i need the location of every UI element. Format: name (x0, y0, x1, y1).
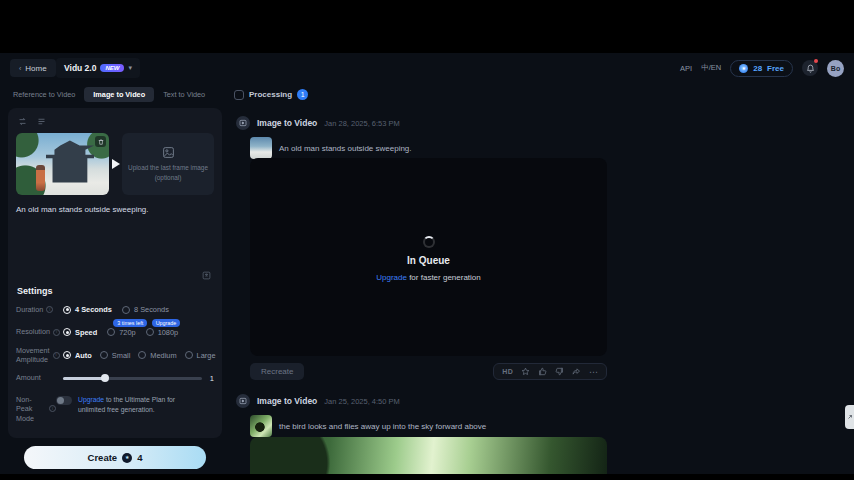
swap-icon[interactable] (18, 117, 27, 126)
like-icon[interactable] (538, 367, 547, 376)
non-peak-toggle[interactable] (56, 396, 72, 405)
last-frame-upload[interactable]: Upload the last frame image (optional) (122, 133, 214, 195)
radio-icon (63, 328, 71, 336)
resolution-option-720p[interactable]: 3 times left 720p (107, 328, 135, 337)
amount-row: Amount 1 (16, 373, 214, 382)
info-icon[interactable]: i (53, 329, 60, 336)
share-icon[interactable] (572, 367, 581, 376)
tab-text-to-video[interactable]: Text to Video (158, 88, 210, 101)
top-navbar: ‹ Home Vidu 2.0 NEW ▾ API 中/EN ★ 28 Free (0, 53, 854, 84)
duration-label: Duration (16, 305, 43, 314)
queue-status: In Queue (407, 255, 450, 266)
translate-icon[interactable] (202, 271, 211, 280)
tab-image-to-video[interactable]: Image to Video (84, 87, 154, 102)
duration-option-8s[interactable]: 8 Seconds (122, 305, 169, 314)
notification-dot (814, 59, 818, 63)
card-prompt: An old man stands outside sweeping. (279, 144, 412, 153)
model-selector[interactable]: Vidu 2.0 NEW ▾ (56, 58, 140, 78)
movement-option-small[interactable]: Small (100, 351, 130, 360)
credit-coin-icon: ★ (739, 64, 748, 73)
creations-feed: Processing 1 Image to Video Jan 28, 2025… (228, 86, 846, 474)
video-placeholder[interactable]: In Queue Upgrade for faster generation (250, 158, 607, 356)
credits-count: 28 (753, 64, 762, 73)
avatar[interactable]: Bo (827, 60, 844, 77)
loading-spinner-icon (423, 236, 435, 248)
card-type: Image to Video (257, 118, 317, 128)
amount-label: Amount (16, 373, 41, 382)
history-icon[interactable] (37, 117, 46, 126)
prompt-text: An old man stands outside sweeping. (16, 204, 214, 215)
settings-title: Settings (17, 286, 214, 296)
times-left-badge: 3 times left (113, 319, 147, 327)
home-button[interactable]: ‹ Home (10, 59, 56, 77)
upgrade-link[interactable]: Upgrade (376, 273, 407, 282)
favorite-star-icon[interactable] (521, 367, 530, 376)
amount-value: 1 (210, 374, 214, 383)
movement-row: Movement Amplitude i Auto Small (16, 346, 214, 365)
prompt-input[interactable]: An old man stands outside sweeping. (16, 204, 214, 284)
slider-knob[interactable] (101, 374, 109, 382)
card-prompt: the bird looks and flies away up into th… (279, 422, 486, 431)
upgrade-badge: Upgrade (152, 319, 181, 327)
api-link[interactable]: API (680, 64, 692, 73)
card-header: Image to Video Jan 25, 2025, 4:50 PM (236, 394, 400, 408)
chevron-left-icon: ‹ (19, 65, 21, 72)
non-peak-label-line1: Non-Peak (16, 395, 46, 414)
dislike-icon[interactable] (555, 367, 564, 376)
movement-option-medium[interactable]: Medium (138, 351, 176, 360)
tab-reference-to-video[interactable]: Reference to Video (8, 88, 80, 101)
resolution-option-1080p[interactable]: Upgrade 1080p (146, 328, 179, 337)
upload-hint: Upload the last frame image (optional) (128, 163, 208, 182)
expand-arrow-icon (847, 414, 853, 420)
card-source-thumbnail[interactable] (250, 137, 272, 159)
movement-option-auto[interactable]: Auto (63, 351, 92, 360)
radio-icon (63, 351, 71, 359)
credits-pill[interactable]: ★ 28 Free (730, 60, 793, 77)
recreate-button[interactable]: Recreate (250, 363, 304, 380)
language-switcher[interactable]: 中/EN (701, 63, 721, 73)
info-icon[interactable]: i (49, 405, 56, 412)
resolution-option-speed[interactable]: Speed (63, 328, 97, 337)
processing-checkbox[interactable] (234, 90, 244, 100)
upload-hint-line2: (optional) (128, 173, 208, 183)
amount-slider[interactable] (63, 377, 202, 380)
video-result[interactable] (250, 437, 607, 474)
image-to-video-icon (236, 394, 250, 408)
avatar-initials: Bo (831, 65, 840, 72)
bell-icon (806, 64, 815, 73)
card-prompt-row: An old man stands outside sweeping. (250, 137, 412, 159)
radio-icon (107, 328, 115, 336)
duration-option-4s[interactable]: 4 Seconds (63, 305, 112, 314)
notifications-button[interactable] (802, 60, 818, 76)
hd-upscale-button[interactable]: HD (502, 368, 513, 375)
create-cost: 4 (137, 452, 142, 463)
slider-fill (63, 377, 105, 380)
side-panel-handle[interactable] (845, 405, 854, 429)
translate-glyph (202, 271, 211, 280)
info-icon[interactable]: i (46, 306, 53, 313)
movement-option-large[interactable]: Large (185, 351, 216, 360)
radio-icon (185, 351, 193, 359)
image-to-video-glyph (239, 397, 247, 405)
resolution-label: Resolution (16, 327, 50, 336)
delete-image-icon[interactable] (95, 136, 106, 147)
model-name: Vidu 2.0 (64, 63, 96, 73)
create-button[interactable]: Create ★ 4 (24, 446, 206, 469)
more-icon[interactable]: ⋯ (589, 370, 598, 374)
first-frame-image[interactable] (16, 133, 109, 195)
radio-icon (146, 328, 154, 336)
generation-sidebar: Reference to Video Image to Video Text t… (8, 86, 222, 474)
trash-icon (98, 139, 104, 145)
upgrade-plan-link[interactable]: Upgrade (78, 396, 104, 403)
radio-icon (138, 351, 146, 359)
non-peak-description: Upgrade to the Ultimate Plan for unlimit… (78, 395, 200, 415)
card-header: Image to Video Jan 28, 2025, 6:53 PM (236, 116, 400, 130)
composer-panel: Upload the last frame image (optional) A… (8, 108, 222, 438)
info-icon[interactable]: i (53, 352, 60, 359)
card-source-thumbnail[interactable] (250, 415, 272, 437)
image-to-video-glyph (239, 119, 247, 127)
frame-arrow-icon (112, 159, 120, 169)
processing-filter[interactable]: Processing 1 (234, 89, 308, 100)
frame-slots: Upload the last frame image (optional) (16, 133, 214, 195)
composer-tools (18, 117, 214, 126)
